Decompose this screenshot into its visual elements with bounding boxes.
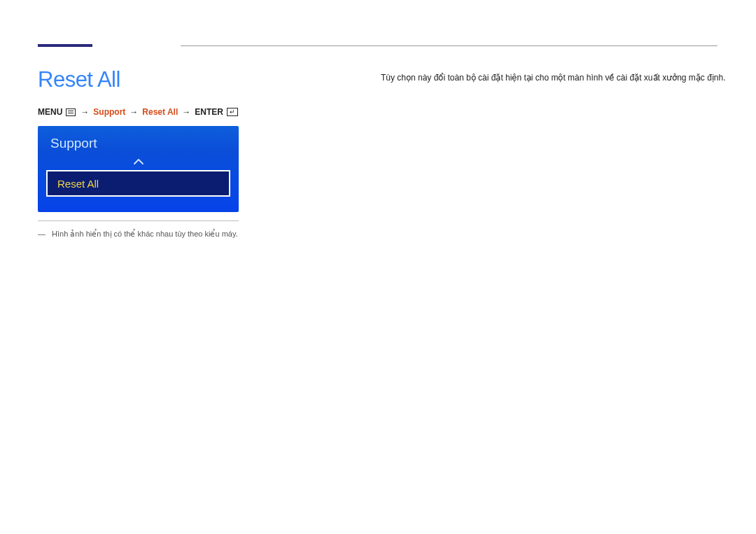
osd-menu-panel: Support Reset All bbox=[38, 126, 239, 212]
footnote: ― Hình ảnh hiển thị có thể khác nhau tùy… bbox=[38, 230, 238, 239]
footnote-text: Hình ảnh hiển thị có thể khác nhau tùy t… bbox=[52, 230, 238, 238]
breadcrumb-arrow: → bbox=[130, 107, 138, 117]
chevron-up-icon bbox=[134, 158, 144, 165]
breadcrumb-enter-label: ENTER bbox=[195, 107, 223, 117]
menu-icon bbox=[66, 108, 76, 116]
breadcrumb-step-reset-all: Reset All bbox=[142, 107, 178, 117]
description-text: Tùy chọn này đổi toàn bộ cài đặt hiện tạ… bbox=[381, 71, 726, 84]
osd-menu-item-reset-all[interactable]: Reset All bbox=[46, 170, 230, 197]
header-divider bbox=[181, 45, 718, 46]
breadcrumb: MENU → Support → Reset All → ENTER bbox=[38, 107, 239, 117]
breadcrumb-step-support: Support bbox=[93, 107, 125, 117]
panel-bottom-divider bbox=[38, 220, 239, 221]
osd-scroll-up-row[interactable] bbox=[38, 155, 239, 169]
footnote-dash: ― bbox=[38, 230, 46, 238]
osd-menu-header: Support bbox=[38, 126, 239, 155]
header-accent-bar bbox=[38, 44, 92, 47]
breadcrumb-menu-label: MENU bbox=[38, 107, 62, 117]
osd-menu-item-label: Reset All bbox=[57, 178, 99, 190]
page-title: Reset All bbox=[38, 67, 120, 92]
breadcrumb-arrow: → bbox=[80, 107, 89, 117]
breadcrumb-arrow: → bbox=[182, 107, 190, 117]
enter-icon bbox=[227, 108, 238, 116]
